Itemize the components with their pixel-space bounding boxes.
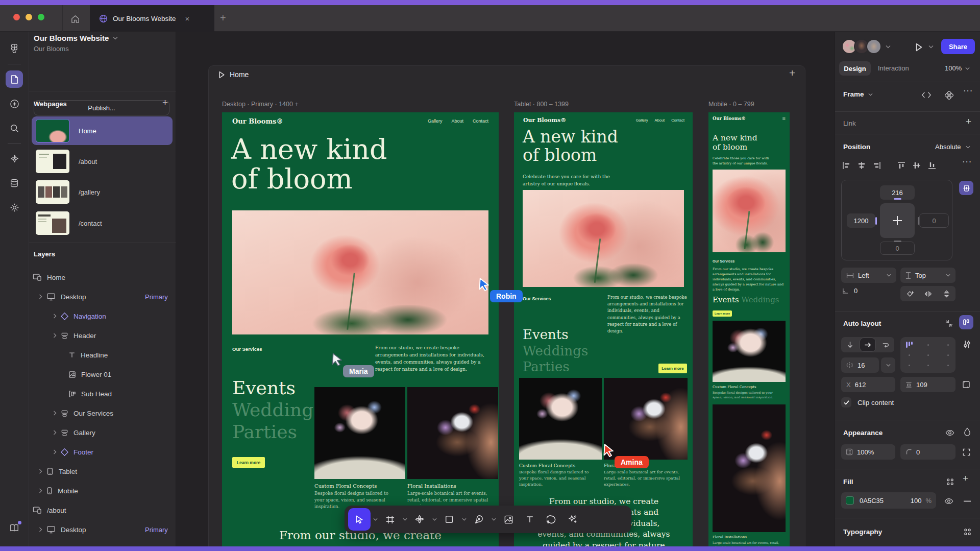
- fill-opacity[interactable]: 100: [911, 497, 922, 505]
- rotate-90-icon[interactable]: [906, 290, 914, 298]
- layer-row-subhead[interactable]: Sub Head: [68, 386, 112, 401]
- traffic-light-minimize[interactable]: [26, 14, 32, 20]
- chevron-right-icon[interactable]: [53, 449, 57, 454]
- breakpoint-label-desktop[interactable]: Desktop · Primary · 1400 +: [222, 101, 299, 108]
- frame-desktop[interactable]: Our Blooms® Gallery About Contact A new …: [222, 112, 499, 551]
- breakpoint-label-tablet[interactable]: Tablet · 800 – 1399: [514, 101, 569, 108]
- absolute-position-badge[interactable]: [959, 181, 973, 195]
- chevron-down-icon[interactable]: [886, 45, 891, 49]
- layer-row-header[interactable]: Header: [53, 328, 96, 343]
- page-row-contact[interactable]: /contact: [32, 209, 173, 237]
- chevron-right-icon[interactable]: [53, 333, 57, 338]
- chevron-right-icon[interactable]: [53, 430, 57, 435]
- home-button[interactable]: [68, 12, 82, 26]
- align-bottom-icon[interactable]: [928, 161, 936, 170]
- styles-grid-icon[interactable]: [944, 476, 955, 487]
- page-row-about[interactable]: /about: [32, 147, 173, 176]
- direction-vertical-button[interactable]: [842, 338, 858, 352]
- rail-library-button[interactable]: [6, 519, 23, 537]
- shrink-icon[interactable]: [943, 318, 954, 329]
- more-options-button[interactable]: ···: [964, 87, 973, 94]
- page-row-gallery[interactable]: /gallery: [32, 178, 173, 206]
- new-tab-button[interactable]: +: [220, 12, 226, 24]
- flip-vertical-icon[interactable]: [943, 290, 950, 298]
- frame-tablet[interactable]: Our Blooms® Gallery About Contact A new …: [514, 112, 693, 551]
- tab-design[interactable]: Design: [839, 61, 871, 76]
- layer-row-desktop[interactable]: Desktop Primary: [39, 289, 86, 304]
- actions-tool-button[interactable]: [562, 509, 583, 530]
- width-input[interactable]: X612: [841, 377, 895, 392]
- zoom-menu[interactable]: 100%: [945, 64, 970, 72]
- tab-interaction[interactable]: Interaction: [878, 64, 909, 72]
- padding-icon[interactable]: [961, 379, 972, 390]
- image-tool-button[interactable]: [498, 509, 519, 530]
- layer-row-desktop-about[interactable]: Desktop Primary: [39, 522, 86, 537]
- checkbox-checked-icon[interactable]: [841, 397, 851, 408]
- position-right-input[interactable]: 0: [919, 213, 949, 228]
- chevron-right-icon[interactable]: [39, 469, 42, 474]
- gap-dropdown-button[interactable]: [881, 357, 895, 373]
- gap-input[interactable]: 16: [841, 357, 879, 373]
- chevron-right-icon[interactable]: [39, 488, 42, 493]
- frame-tool-button[interactable]: [380, 509, 400, 530]
- layer-row-gallery[interactable]: Gallery: [53, 425, 95, 440]
- alignment-grid-pad[interactable]: [900, 337, 955, 373]
- rail-settings-button[interactable]: [6, 199, 23, 216]
- code-button[interactable]: [921, 89, 932, 101]
- direction-wrap-button[interactable]: [877, 338, 894, 352]
- align-h-center-icon[interactable]: [857, 161, 866, 170]
- remove-fill-button[interactable]: [962, 495, 973, 507]
- section-header[interactable]: Home: [218, 70, 249, 79]
- layer-row-our-services[interactable]: Our Services: [53, 405, 113, 421]
- opacity-input[interactable]: 100%: [841, 444, 895, 460]
- align-top-icon[interactable]: [897, 161, 905, 170]
- chevron-right-icon[interactable]: [39, 527, 42, 532]
- comment-tool-button[interactable]: [541, 509, 561, 530]
- auto-layout-active-badge[interactable]: [959, 315, 973, 329]
- align-left-icon[interactable]: [842, 161, 850, 170]
- fill-visibility-eye-icon[interactable]: [943, 495, 954, 507]
- move-tool-button[interactable]: [348, 508, 371, 531]
- rotation-input[interactable]: 0: [842, 287, 857, 295]
- layer-row-mobile[interactable]: Mobile: [39, 483, 78, 498]
- add-link-button[interactable]: +: [966, 116, 971, 127]
- rail-sites-button[interactable]: [6, 150, 23, 167]
- corner-radius-input[interactable]: 0: [900, 444, 955, 460]
- flip-horizontal-icon[interactable]: [924, 291, 932, 297]
- layer-row-navigation[interactable]: Navigation: [53, 308, 106, 324]
- chevron-right-icon[interactable]: [39, 294, 42, 299]
- avatar[interactable]: [866, 39, 881, 54]
- more-alignment-button[interactable]: ···: [963, 158, 972, 165]
- traffic-light-close[interactable]: [13, 14, 20, 20]
- position-bottom-input[interactable]: 0: [880, 242, 915, 255]
- rail-add-button[interactable]: [6, 95, 23, 112]
- chevron-down-icon[interactable]: [928, 45, 934, 49]
- height-input[interactable]: 109: [900, 377, 955, 392]
- fill-hex[interactable]: 0A5C35: [860, 497, 884, 505]
- layer-row-footer[interactable]: Footer: [53, 444, 93, 460]
- blend-drop-icon[interactable]: [962, 426, 973, 437]
- align-right-icon[interactable]: [873, 161, 881, 170]
- independent-corners-icon[interactable]: [961, 446, 972, 458]
- chevron-down-icon[interactable]: [401, 509, 408, 530]
- layer-row-home[interactable]: Home: [33, 270, 65, 285]
- rail-pages-button[interactable]: [6, 70, 23, 88]
- chevron-right-icon[interactable]: [53, 314, 57, 319]
- draw-swirl-tool-button[interactable]: [409, 509, 430, 530]
- fill-row[interactable]: 0A5C35 100 %: [841, 492, 936, 509]
- main-menu-button[interactable]: [6, 40, 23, 58]
- frame-mobile[interactable]: Our Blooms® ≡ A new kindof bloom Celebra…: [708, 112, 790, 551]
- chevron-down-icon[interactable]: [460, 509, 468, 530]
- tab-our-blooms-website[interactable]: Our Blooms Website ×: [90, 5, 214, 32]
- position-left-input[interactable]: 1200: [847, 213, 875, 228]
- layer-row-tablet[interactable]: Tablet: [39, 464, 77, 479]
- close-icon[interactable]: ×: [185, 14, 190, 23]
- fill-color-swatch[interactable]: [846, 496, 854, 505]
- component-set-button[interactable]: [943, 89, 954, 101]
- play-icon[interactable]: [218, 71, 225, 79]
- traffic-light-zoom[interactable]: [38, 14, 44, 20]
- chevron-down-icon[interactable]: [490, 509, 497, 530]
- clip-content-row[interactable]: Clip content: [841, 397, 894, 408]
- shape-tool-button[interactable]: [439, 509, 459, 530]
- add-page-button[interactable]: +: [162, 97, 168, 108]
